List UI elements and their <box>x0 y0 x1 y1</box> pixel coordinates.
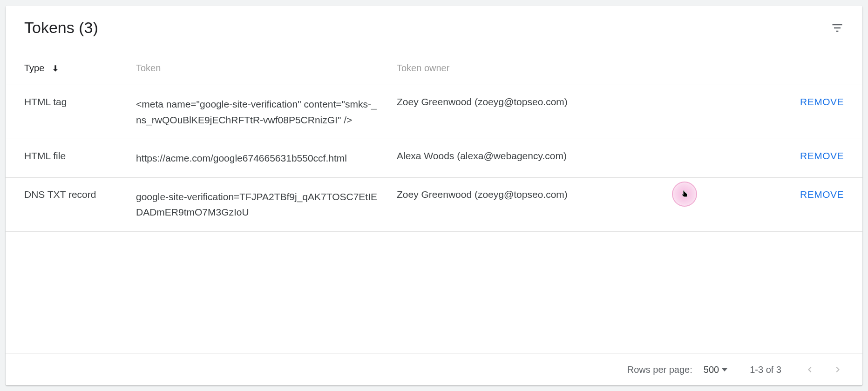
chevron-right-icon[interactable] <box>833 364 844 375</box>
cell-owner: Alexa Woods (alexa@webagency.com) <box>397 150 788 162</box>
cell-owner: Zoey Greenwood (zoeyg@topseo.com) <box>397 189 788 200</box>
cell-type: HTML tag <box>24 96 136 108</box>
rows-per-page-select[interactable]: 500 <box>704 364 727 375</box>
table-header-row: Type Token Token owner <box>6 45 862 85</box>
pagination-range: 1-3 of 3 <box>750 364 781 375</box>
remove-button[interactable]: REMOVE <box>788 150 844 162</box>
column-header-owner[interactable]: Token owner <box>397 63 788 74</box>
cell-token: https://acme.com/google674665631b550ccf.… <box>136 150 397 166</box>
rows-per-page-value: 500 <box>704 364 719 375</box>
dropdown-triangle-icon <box>722 368 727 371</box>
cell-token: <meta name="google-site-verification" co… <box>136 96 397 128</box>
chevron-left-icon[interactable] <box>804 364 815 375</box>
cell-type: DNS TXT record <box>24 189 136 200</box>
table-row: HTML tag <meta name="google-site-verific… <box>6 85 862 139</box>
cell-owner: Zoey Greenwood (zoeyg@topseo.com) <box>397 96 788 108</box>
cell-token: google-site-verification=TFJPA2TBf9j_qAK… <box>136 189 397 220</box>
table-row: HTML file https://acme.com/google6746656… <box>6 139 862 178</box>
filter-icon[interactable] <box>831 21 844 34</box>
rows-per-page-label: Rows per page: <box>627 364 692 375</box>
remove-button[interactable]: REMOVE <box>788 96 844 108</box>
remove-button[interactable]: REMOVE <box>788 189 844 200</box>
pagination-arrows <box>804 364 844 375</box>
column-header-type-label: Type <box>24 63 44 74</box>
arrow-down-icon <box>51 64 60 73</box>
pagination-bar: Rows per page: 500 1-3 of 3 <box>6 353 862 385</box>
page-title: Tokens (3) <box>24 19 98 37</box>
cell-type: HTML file <box>24 150 136 162</box>
column-header-token[interactable]: Token <box>136 63 397 74</box>
rows-per-page: Rows per page: 500 <box>627 364 727 375</box>
tokens-card: Tokens (3) Type Token Token owner HTML t… <box>6 6 862 385</box>
table-row: DNS TXT record google-site-verification=… <box>6 178 862 232</box>
column-header-type[interactable]: Type <box>24 63 136 74</box>
card-header: Tokens (3) <box>6 6 862 45</box>
table-body: HTML tag <meta name="google-site-verific… <box>6 85 862 353</box>
